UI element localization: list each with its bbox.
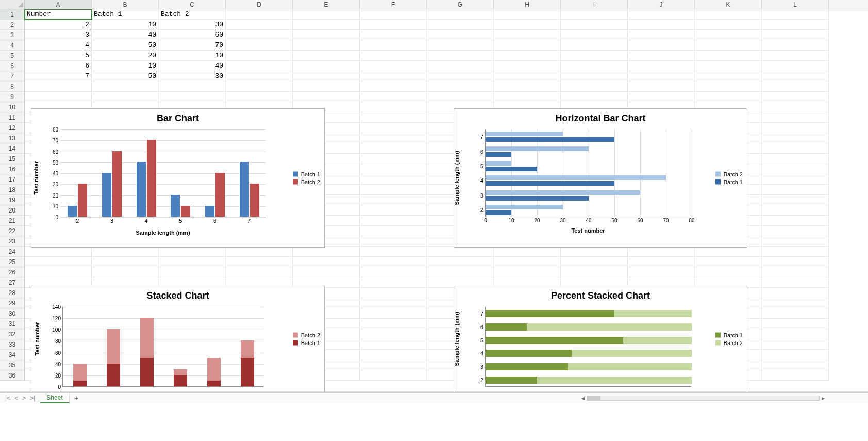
cell-H25[interactable] <box>494 257 561 267</box>
cell-C4[interactable]: 70 <box>159 40 226 51</box>
cell-L31[interactable] <box>762 319 829 329</box>
cell-I26[interactable] <box>561 267 628 277</box>
cell-F10[interactable] <box>360 102 427 112</box>
cell-A26[interactable] <box>25 267 92 277</box>
cell-J25[interactable] <box>628 257 695 267</box>
cell-K26[interactable] <box>695 267 762 277</box>
cell-L6[interactable] <box>762 61 829 71</box>
column-header-I[interactable]: I <box>561 0 628 9</box>
cell-L10[interactable] <box>762 102 829 112</box>
cell-E4[interactable] <box>293 40 360 51</box>
cell-F29[interactable] <box>360 298 427 308</box>
row-header[interactable]: 3 <box>0 30 25 40</box>
row-header[interactable]: 12 <box>0 123 25 133</box>
row-header[interactable]: 18 <box>0 185 25 195</box>
row-header[interactable]: 2 <box>0 20 25 30</box>
cell-L21[interactable] <box>762 216 829 226</box>
cell-I3[interactable] <box>561 30 628 40</box>
cell-L35[interactable] <box>762 360 829 370</box>
cell-B8[interactable] <box>92 81 159 92</box>
cell-A3[interactable]: 3 <box>25 30 92 40</box>
cell-H1[interactable] <box>494 9 561 20</box>
cell-L16[interactable] <box>762 164 829 174</box>
cell-K2[interactable] <box>695 20 762 30</box>
cell-E1[interactable] <box>293 9 360 20</box>
tab-next-icon[interactable]: > <box>22 395 26 402</box>
row-header[interactable]: 7 <box>0 71 25 81</box>
row-header[interactable]: 27 <box>0 277 25 288</box>
cell-C2[interactable]: 30 <box>159 20 226 30</box>
cell-B9[interactable] <box>92 92 159 102</box>
cell-F15[interactable] <box>360 154 427 164</box>
cell-F28[interactable] <box>360 288 427 298</box>
row-header[interactable]: 20 <box>0 205 25 216</box>
cell-K5[interactable] <box>695 51 762 61</box>
cell-D25[interactable] <box>226 257 293 267</box>
cell-K7[interactable] <box>695 71 762 81</box>
cell-G5[interactable] <box>427 51 494 61</box>
cell-L20[interactable] <box>762 205 829 216</box>
cell-F22[interactable] <box>360 226 427 236</box>
cell-J6[interactable] <box>628 61 695 71</box>
row-header[interactable]: 10 <box>0 102 25 112</box>
cell-K4[interactable] <box>695 40 762 51</box>
cell-L5[interactable] <box>762 51 829 61</box>
cell-F13[interactable] <box>360 133 427 143</box>
cell-G1[interactable] <box>427 9 494 20</box>
cell-H3[interactable] <box>494 30 561 40</box>
scroll-left-icon[interactable]: ◂ <box>579 395 587 402</box>
cell-A9[interactable] <box>25 92 92 102</box>
cell-H4[interactable] <box>494 40 561 51</box>
cell-F30[interactable] <box>360 308 427 319</box>
row-header[interactable]: 6 <box>0 61 25 71</box>
cell-L18[interactable] <box>762 185 829 195</box>
cell-J9[interactable] <box>628 92 695 102</box>
cell-K6[interactable] <box>695 61 762 71</box>
cell-F3[interactable] <box>360 30 427 40</box>
cell-D2[interactable] <box>226 20 293 30</box>
cell-D24[interactable] <box>226 247 293 257</box>
cell-A24[interactable] <box>25 247 92 257</box>
cell-F12[interactable] <box>360 123 427 133</box>
cell-F19[interactable] <box>360 195 427 205</box>
cell-I4[interactable] <box>561 40 628 51</box>
cell-L25[interactable] <box>762 257 829 267</box>
cell-F23[interactable] <box>360 236 427 247</box>
column-header-G[interactable]: G <box>427 0 494 9</box>
row-header[interactable]: 30 <box>0 308 25 319</box>
cell-L13[interactable] <box>762 133 829 143</box>
row-header[interactable]: 36 <box>0 370 25 381</box>
cell-J7[interactable] <box>628 71 695 81</box>
cell-A1[interactable]: Number <box>25 9 92 20</box>
column-header-A[interactable]: A <box>25 0 92 9</box>
add-sheet-button[interactable]: + <box>70 394 84 402</box>
cell-L30[interactable] <box>762 308 829 319</box>
cell-J4[interactable] <box>628 40 695 51</box>
cell-E9[interactable] <box>293 92 360 102</box>
cell-I24[interactable] <box>561 247 628 257</box>
cell-F34[interactable] <box>360 350 427 360</box>
column-header-H[interactable]: H <box>494 0 561 9</box>
column-header-F[interactable]: F <box>360 0 427 9</box>
row-header[interactable]: 8 <box>0 81 25 92</box>
cell-L26[interactable] <box>762 267 829 277</box>
cell-A4[interactable]: 4 <box>25 40 92 51</box>
row-header[interactable]: 34 <box>0 350 25 360</box>
row-header[interactable]: 21 <box>0 216 25 226</box>
cell-L12[interactable] <box>762 123 829 133</box>
column-header-C[interactable]: C <box>159 0 226 9</box>
cell-H5[interactable] <box>494 51 561 61</box>
cell-G25[interactable] <box>427 257 494 267</box>
cell-F26[interactable] <box>360 267 427 277</box>
cell-D4[interactable] <box>226 40 293 51</box>
cell-L14[interactable] <box>762 143 829 154</box>
cell-F33[interactable] <box>360 339 427 350</box>
cell-F11[interactable] <box>360 112 427 123</box>
cell-K1[interactable] <box>695 9 762 20</box>
cell-L28[interactable] <box>762 288 829 298</box>
row-header[interactable]: 26 <box>0 267 25 277</box>
cell-L32[interactable] <box>762 329 829 339</box>
cell-L15[interactable] <box>762 154 829 164</box>
cell-C5[interactable]: 10 <box>159 51 226 61</box>
cell-L36[interactable] <box>762 370 829 381</box>
